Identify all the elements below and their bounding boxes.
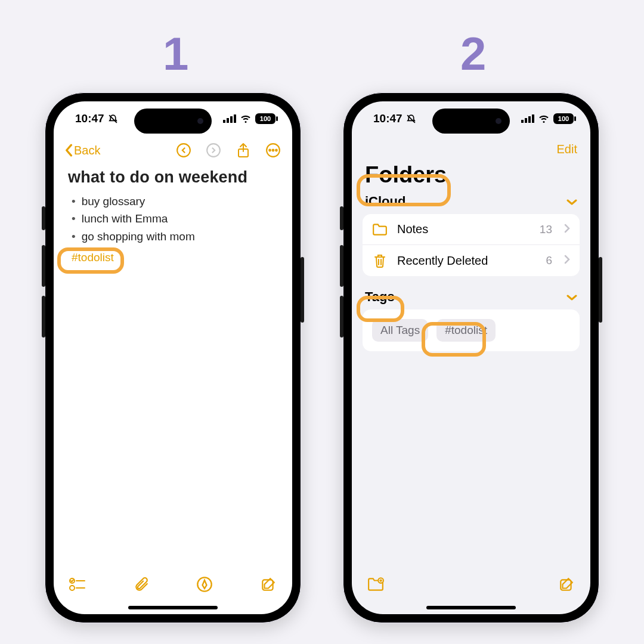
section-tags: Tags [365, 289, 395, 305]
checklist-button[interactable] [69, 576, 86, 593]
checklist-icon [69, 577, 86, 592]
note-tag[interactable]: #todolist [68, 250, 117, 265]
svg-point-6 [207, 144, 220, 157]
more-button[interactable] [265, 142, 281, 159]
folder-count: 6 [546, 254, 552, 267]
compose-button[interactable] [558, 576, 575, 593]
tags-card: All Tags #todolist [363, 309, 580, 351]
chevron-left-icon [64, 144, 73, 157]
wifi-icon [538, 114, 550, 123]
svg-point-5 [177, 144, 190, 157]
folder-row-notes[interactable]: Notes 13 [363, 214, 580, 245]
tag-all[interactable]: All Tags [372, 319, 428, 342]
svg-rect-4 [234, 114, 236, 123]
step-number-2: 2 [460, 27, 486, 81]
chevron-right-icon [564, 255, 570, 264]
notes-editor-screen: 10:47 100 Back [54, 101, 292, 614]
svg-point-9 [269, 150, 271, 151]
compose-button[interactable] [260, 576, 277, 593]
svg-rect-1 [223, 120, 225, 123]
share-icon [236, 143, 250, 158]
chevron-down-icon [566, 199, 577, 206]
folder-list: Notes 13 Recently Deleted 6 [363, 214, 580, 276]
signal-icon [521, 114, 534, 123]
chevron-right-icon [564, 224, 570, 233]
step-number-1: 1 [163, 27, 188, 81]
svg-rect-21 [528, 116, 531, 123]
silent-icon [406, 114, 416, 124]
share-button[interactable] [235, 142, 252, 159]
undo-button[interactable] [175, 142, 192, 159]
tag-todolist[interactable]: #todolist [436, 319, 496, 342]
svg-rect-3 [230, 116, 233, 123]
wifi-icon [240, 114, 252, 123]
undo-icon [176, 143, 191, 158]
folder-label: Notes [397, 222, 530, 236]
section-icloud: iCloud [365, 194, 405, 209]
note-body[interactable]: what to do on weekend buy glossary lunch… [54, 165, 292, 269]
new-folder-button[interactable] [367, 576, 384, 593]
status-time: 10:47 [75, 112, 104, 125]
compose-icon [559, 577, 574, 592]
folder-plus-icon [367, 577, 384, 592]
edit-button[interactable]: Edit [557, 143, 577, 156]
svg-rect-2 [227, 118, 229, 123]
paperclip-icon [134, 576, 149, 593]
folder-count: 13 [540, 223, 552, 236]
list-item: go shopping with mom [68, 228, 278, 245]
svg-point-11 [275, 150, 277, 151]
svg-rect-19 [521, 120, 524, 123]
draw-button[interactable] [196, 576, 213, 593]
attach-button[interactable] [133, 576, 150, 593]
editor-toolbar: Back [54, 136, 292, 165]
back-button[interactable]: Back [64, 144, 100, 157]
trash-icon [373, 253, 386, 268]
redo-button[interactable] [205, 142, 222, 159]
pen-tip-icon [196, 576, 213, 593]
folders-screen: 10:47 100 Edit Folders iCloud [352, 101, 590, 614]
silent-icon [108, 114, 118, 124]
status-time: 10:47 [373, 112, 402, 125]
list-item: lunch with Emma [68, 210, 278, 227]
svg-rect-20 [525, 118, 527, 123]
home-indicator[interactable] [128, 606, 218, 609]
svg-point-10 [273, 150, 274, 151]
folder-label: Recently Deleted [397, 254, 536, 268]
folder-row-deleted[interactable]: Recently Deleted 6 [363, 245, 580, 276]
back-label: Back [74, 144, 100, 157]
list-item: buy glossary [68, 193, 278, 210]
home-indicator[interactable] [426, 606, 516, 609]
page-title: Folders [352, 162, 590, 188]
chevron-down-icon [566, 294, 577, 301]
battery-icon: 100 [255, 113, 275, 124]
collapse-tags-button[interactable] [566, 289, 577, 305]
folder-icon [372, 223, 388, 236]
phone-1: 10:47 100 Back [45, 92, 301, 623]
dynamic-island [432, 109, 510, 134]
note-title: what to do on weekend [68, 168, 278, 187]
signal-icon [223, 114, 236, 123]
svg-point-14 [70, 586, 75, 590]
battery-icon: 100 [553, 113, 574, 124]
svg-rect-22 [532, 114, 534, 123]
phone-2: 10:47 100 Edit Folders iCloud [343, 92, 599, 623]
redo-icon [206, 143, 221, 158]
collapse-button[interactable] [566, 194, 577, 209]
dynamic-island [134, 109, 212, 134]
compose-icon [261, 577, 276, 592]
ellipsis-icon [265, 143, 281, 158]
